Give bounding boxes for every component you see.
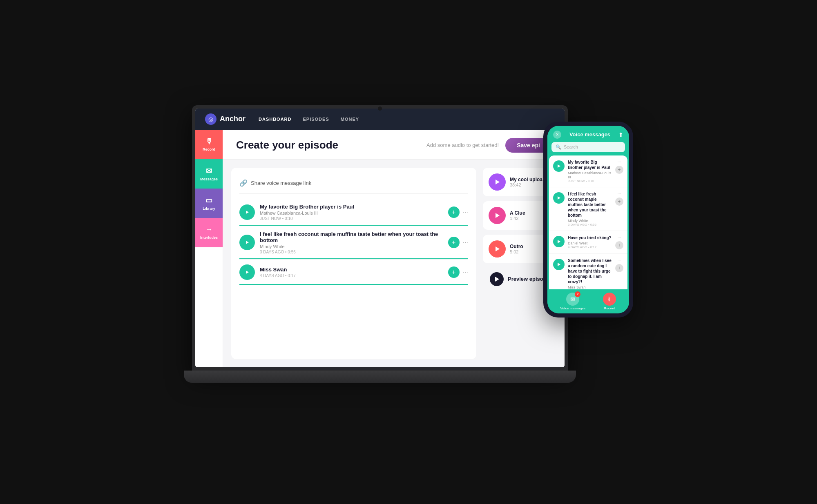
content-area: 🔗 Share voice message link [223,160,565,367]
sidebar-item-library[interactable]: ▭ Library [195,189,223,218]
laptop: ◎ Anchor DASHBOARD EPISODES MONEY [184,105,576,383]
phone-play-2[interactable] [553,192,565,204]
nav-bar: DASHBOARD EPISODES MONEY [259,117,359,122]
voice-message-info-3: Miss Swan 4 DAYS AGO • 0:17 [260,266,443,278]
nav-episodes[interactable]: EPISODES [303,117,329,122]
phone-nav-voice-messages[interactable]: ✉ 2 Voice messages [560,293,586,310]
voice-message-title-3: Miss Swan [260,266,443,273]
more-button-2[interactable]: ··· [463,239,468,246]
phone-add-3[interactable]: + [615,241,623,249]
phone-message-item-4: Sometimes when I see a random cute dog I… [549,254,627,289]
voice-message-title-2: I feel like fresh coconut maple muffins … [260,231,443,243]
play-icon-2 [246,241,249,244]
messages-icon: ✉ [206,167,212,175]
phone-header: ✕ Voice messages ⬆ [547,126,629,142]
phone-msg-author-2: Mindy White [568,219,612,223]
phone-msg-meta-1: JUST NOW • 0:10 [568,179,612,183]
app-container: ◎ Anchor DASHBOARD EPISODES MONEY [195,109,565,367]
upload-play-1[interactable] [489,173,506,191]
link-icon: 🔗 [239,179,248,187]
phone-play-icon-3 [558,240,560,243]
sidebar-item-messages[interactable]: ✉ Messages [195,159,223,189]
laptop-base [184,371,576,383]
phone-msg-title-2: I feel like fresh coconut maple muffins … [568,191,612,218]
upload-play-2[interactable] [489,207,506,224]
nav-dashboard[interactable]: DASHBOARD [259,117,292,122]
preview-play-icon [495,277,499,282]
notification-badge: 2 [575,291,580,297]
phone-msg-content-2: I feel like fresh coconut maple muffins … [568,191,612,226]
phone-play-icon-1 [558,164,560,168]
share-link-label: Share voice message link [251,180,311,186]
phone-close-button[interactable]: ✕ [553,131,561,139]
voice-message-meta-3: 4 DAYS AGO • 0:17 [260,273,443,278]
upload-info-3: Outro 5:02 [510,244,523,254]
voice-message-item-3: Miss Swan 4 DAYS AGO • 0:17 + ··· [239,260,468,285]
sidebar-item-record[interactable]: 🎙 Record [195,130,223,159]
main-content: Create your episode Add some audio to ge… [223,130,565,367]
share-link-row[interactable]: 🔗 Share voice message link [239,176,468,194]
phone-msg-content-4: Sometimes when I see a random cute dog I… [568,258,612,289]
nav-money[interactable]: MONEY [341,117,359,122]
scene: ◎ Anchor DASHBOARD EPISODES MONEY [184,105,633,399]
upload-play-icon-3 [496,246,500,251]
more-button-3[interactable]: ··· [463,269,468,276]
play-button-2[interactable] [239,235,255,250]
upload-title-3: Outro [510,244,523,249]
preview-play-button[interactable] [490,272,504,286]
play-button-3[interactable] [239,264,255,280]
voice-messages-panel: 🔗 Share voice message link [231,168,476,359]
laptop-camera [378,107,382,111]
phone-search-bar[interactable]: 🔍 Search [551,142,625,152]
phone-more-1[interactable]: ··· [618,160,621,164]
phone-play-4[interactable] [553,259,565,270]
app-logo: ◎ Anchor [205,113,246,125]
phone-add-4[interactable]: + [615,264,623,272]
upload-duration-2: 1:42 [510,216,525,221]
upload-play-3[interactable] [489,240,506,258]
voice-message-author-2: Mindy White [260,244,443,249]
add-button-2[interactable]: + [448,237,460,248]
phone-play-1[interactable] [553,160,565,172]
phone-nav-record[interactable]: 🎙 Record [603,293,616,310]
phone-more-3[interactable]: ··· [618,235,621,240]
phone-more-2[interactable]: ··· [618,191,621,196]
phone-search-icon: 🔍 [556,144,561,150]
phone-msg-title-3: Have you tried skiing? [568,235,612,240]
anchor-logo-icon: ◎ [205,113,217,125]
upload-title-1: My cool uploa... [510,177,547,182]
phone-add-2[interactable]: + [615,198,623,206]
phone-share-button[interactable]: ⬆ [618,131,623,138]
app-header: ◎ Anchor DASHBOARD EPISODES MONEY [195,109,565,130]
sidebar: 🎙 Record ✉ Messages ▭ Library [195,130,223,367]
phone-msg-title-4: Sometimes when I see a random cute dog I… [568,258,612,284]
phone-msg-author-3: Daniel West [568,241,612,245]
add-button-3[interactable]: + [448,266,460,278]
phone-msg-actions-2: ··· + [615,191,623,206]
phone-msg-title-1: My favorite Big Brother player is Paul [568,160,612,170]
voice-message-info-1: My favorite Big Brother player is Paul M… [260,204,443,221]
upload-duration-3: 5:02 [510,249,523,254]
more-button-1[interactable]: ··· [463,209,468,216]
mic-icon: 🎙 [205,137,213,146]
phone-play-icon-2 [558,196,560,200]
phone-messages-nav-label: Voice messages [560,306,586,310]
phone-msg-actions-4: ··· + [615,258,623,272]
phone-play-3[interactable] [553,236,565,247]
play-button-1[interactable] [239,204,255,220]
hint-text: Add some audio to get started! [426,142,499,148]
phone-search-input[interactable]: Search [564,144,578,149]
play-icon-1 [246,211,249,214]
voice-message-actions-2: + ··· [448,237,468,248]
add-button-1[interactable]: + [448,206,460,218]
phone-add-1[interactable]: + [615,166,623,174]
phone-msg-meta-3: 4 DAYS AGO • 0:17 [568,245,612,249]
phone-messages-list: My favorite Big Brother player is Paul M… [549,155,627,289]
phone-screen: ✕ Voice messages ⬆ 🔍 Search My favorite … [547,126,629,313]
phone-more-4[interactable]: ··· [618,258,621,262]
upload-play-icon-1 [496,180,500,184]
sidebar-item-interludes[interactable]: → Interludes [195,218,223,247]
voice-message-actions-1: + ··· [448,206,468,218]
phone-msg-author-1: Mathew Casablanca-Louis III [568,171,612,179]
upload-info-1: My cool uploa... 38:42 [510,177,547,187]
